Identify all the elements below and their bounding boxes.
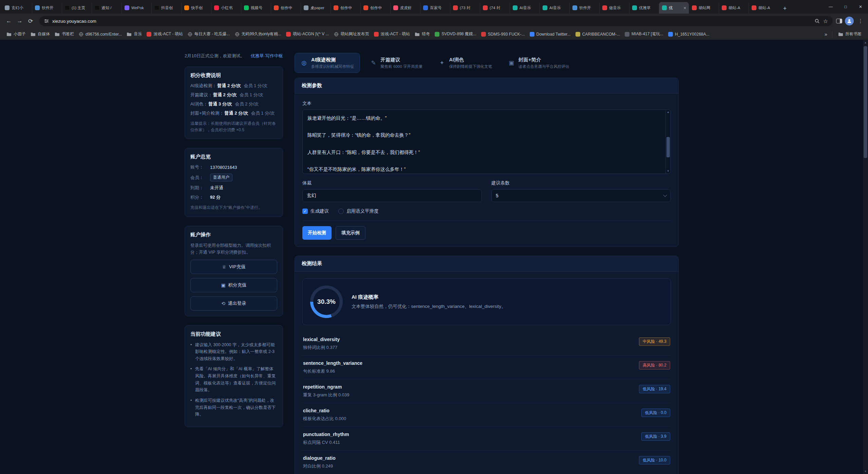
textarea-scroll-thumb[interactable] — [666, 137, 670, 157]
browser-tab[interactable]: 优雅草 — [629, 2, 659, 14]
bookmark-item[interactable]: 音乐 — [124, 30, 144, 38]
browser-tab[interactable]: 百家号 — [420, 2, 450, 14]
bookmark-item[interactable]: 每日大赛 - 吃瓜爆... — [185, 30, 232, 38]
scroll-down-icon[interactable]: ▼ — [667, 169, 669, 174]
browser-tab[interactable]: (74 封 — [480, 2, 510, 14]
genre-input[interactable] — [302, 189, 482, 202]
page-scrollbar[interactable]: ▲ ▼ — [863, 40, 868, 474]
tab-title: AI音乐 — [520, 5, 537, 11]
bookmark-item[interactable]: CARIBBEANCOM-... — [573, 31, 622, 38]
search-icon[interactable] — [815, 19, 820, 24]
new-tab-button[interactable]: + — [780, 3, 790, 14]
browser-tab[interactable]: 抖音创 — [151, 2, 181, 14]
site-favicon — [530, 32, 534, 37]
browser-tab[interactable]: AI音乐 — [540, 2, 569, 14]
tab-close-icon[interactable]: × — [683, 5, 686, 11]
profile-avatar[interactable] — [845, 17, 854, 25]
feature-tab-subtitle: 聚焦前 6000 字开局质量 — [381, 64, 423, 69]
browser-tab[interactable]: 快手创 — [181, 2, 211, 14]
logout-button[interactable]: ⟲退出登录 — [190, 296, 277, 311]
bookmark-item[interactable]: d96756.com/Enter... — [76, 31, 124, 38]
textarea-scroll-track[interactable] — [666, 115, 671, 169]
textarea-scrollbar[interactable]: ▲ ▼ — [665, 110, 671, 174]
forward-button[interactable]: → — [14, 16, 25, 26]
browser-tab[interactable]: 通知 / — [92, 2, 121, 14]
browser-tab[interactable]: 萌站-A — [719, 2, 749, 14]
pricing-normal-price: 普通 2 分/次 — [225, 111, 248, 116]
browser-tab[interactable]: AI音乐 — [510, 2, 540, 14]
minimize-button[interactable]: — — [823, 0, 838, 14]
bookmark-item[interactable]: H_1651Y00268A... — [666, 31, 712, 38]
folder-icon — [838, 32, 843, 36]
feature-tab-opening[interactable]: ✎开篇建议聚焦前 6000 字开局质量 — [364, 53, 429, 73]
bookmarks-overflow-icon[interactable]: » — [823, 31, 829, 37]
feature-tab-polish[interactable]: ✦AI润色保持剧情前提下强化文笔 — [432, 53, 498, 73]
points-recharge-button[interactable]: ▣积分充值 — [190, 278, 277, 292]
back-button[interactable]: ← — [3, 16, 14, 26]
bookmark-item[interactable]: MIAB-417 [電玩... — [622, 30, 666, 38]
text-input-area[interactable]: 族老避开他的目光：“是……镇的命。” 陈昭笑了，笑得很冷：“镇的命，拿我的命去换… — [302, 110, 671, 174]
semantic-smoothness-checkbox[interactable]: 启用语义平滑度 — [338, 208, 379, 214]
tab-title: 软件开 — [579, 5, 597, 11]
scroll-up-icon[interactable]: ▲ — [667, 110, 669, 115]
suggestion-count-select[interactable]: 5 — [491, 189, 671, 202]
browser-tab[interactable]: 创作中 — [360, 2, 390, 14]
bookmark-item[interactable]: SDMS-993 FUCK-... — [479, 31, 527, 38]
bookmark-item[interactable]: 萌站网址发布页 — [332, 30, 372, 38]
close-button[interactable]: ✕ — [853, 0, 868, 14]
bookmark-item[interactable]: Download Twitter... — [527, 31, 573, 38]
bookmark-star-icon[interactable]: ☆ — [823, 18, 828, 24]
bookmark-item[interactable]: 小圆子 — [4, 30, 28, 38]
vip-recharge-button[interactable]: ♕VIP充值 — [190, 260, 277, 274]
bookmark-item[interactable]: 猎奇 — [412, 30, 432, 38]
browser-tab[interactable]: 优× — [659, 2, 689, 14]
fill-example-button[interactable]: 填充示例 — [336, 226, 365, 240]
bookmark-item[interactable]: 无码99久热only有精... — [232, 30, 284, 38]
maximize-button[interactable]: □ — [838, 0, 853, 14]
tab-favicon — [572, 5, 577, 10]
site-favicon — [435, 32, 439, 37]
risk-badge: 高风险 · 80.2 — [639, 361, 670, 370]
browser-tab[interactable]: 创作中 — [271, 2, 301, 14]
scan-icon: ◎ — [300, 59, 308, 66]
browser-tab[interactable]: (1) 主页 — [62, 2, 92, 14]
all-bookmarks-button[interactable]: 所有书签 — [836, 30, 864, 38]
scrollbar-down-icon[interactable]: ▼ — [863, 469, 868, 474]
browser-tab[interactable]: 小红书 — [211, 2, 241, 14]
scrollbar-up-icon[interactable]: ▲ — [863, 40, 868, 45]
feature-tab-cover[interactable]: ▣封面+简介读者点击意愿与平台风控评估 — [502, 53, 575, 73]
bookmark-item[interactable]: SVDVD-898 魔鏡... — [432, 30, 479, 38]
menu-kebab-icon[interactable]: ⋮ — [856, 18, 865, 24]
browser-tab[interactable]: 软件开 — [569, 2, 599, 14]
notice-link[interactable]: 优雅草·写作中枢 — [251, 53, 283, 59]
notice-bar: 2月10日正式公测，欢迎测试。 优雅草·写作中枢 — [185, 53, 283, 59]
browser-tab[interactable]: (73 封 — [450, 2, 480, 14]
browser-tab[interactable]: WePok — [121, 2, 151, 14]
side-panel-icon[interactable] — [836, 19, 842, 23]
generate-suggestions-checkbox[interactable]: ✓ 生成建议 — [302, 208, 329, 214]
browser-tab[interactable]: 桌paper — [301, 2, 331, 14]
browser-tab[interactable]: 萌站网 — [689, 2, 719, 14]
bookmark-item[interactable]: 萌站-ACGN |\(^ V ... — [284, 30, 332, 38]
bookmark-label: CARIBBEANCOM-... — [582, 32, 620, 37]
address-bar[interactable]: xiezuo.youyacao.com ☆ — [39, 16, 833, 26]
bookmark-item[interactable]: 书签栏 — [52, 30, 76, 38]
bookmark-item[interactable]: 游戏-ACT - 萌站 — [372, 30, 412, 38]
feature-tab-ai-trace[interactable]: ◎AI痕迹检测多维度识别机械写作特征 — [295, 53, 360, 73]
bookmark-item[interactable]: 自媒体 — [28, 30, 52, 38]
reload-button[interactable]: ⟳ — [25, 16, 36, 26]
fields-row: 体裁 建议条数 5 — [302, 180, 671, 202]
browser-tab[interactable]: 视频号 — [241, 2, 271, 14]
site-info-icon[interactable] — [44, 19, 49, 23]
bookmark-item[interactable]: 游戏-ACT - 萌站 — [144, 30, 185, 38]
browser-tab[interactable]: 玄幻小 — [2, 2, 32, 14]
scrollbar-thumb[interactable] — [864, 46, 867, 158]
browser-tab[interactable]: 做音乐 — [599, 2, 629, 14]
browser-chrome: 玄幻小软件开(1) 主页通知 /WePok抖音创快手创小红书视频号创作中桌pap… — [0, 0, 868, 40]
browser-tab[interactable]: 软件开 — [32, 2, 62, 14]
browser-tab[interactable]: 创作中 — [331, 2, 360, 14]
start-detect-button[interactable]: 开始检测 — [302, 226, 332, 240]
tab-title: 优 — [669, 5, 681, 11]
browser-tab[interactable]: 萌站-A — [749, 2, 778, 14]
browser-tab[interactable]: 皮皮虾 — [390, 2, 420, 14]
